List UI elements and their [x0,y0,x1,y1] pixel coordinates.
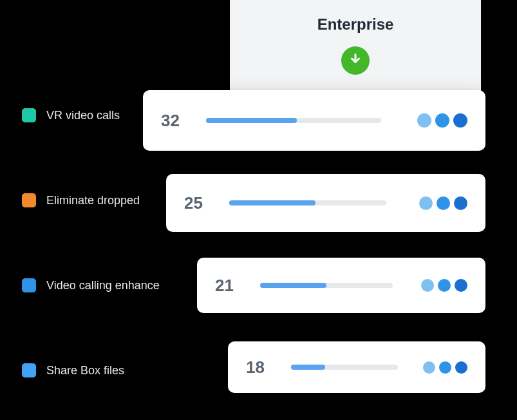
legend-label: VR video calls [46,109,120,122]
score-value: 32 [161,111,200,131]
dot-icon [437,196,450,210]
status-dots [404,113,467,128]
dot-icon [435,113,449,128]
score-card[interactable]: 25 [166,174,485,232]
status-dots [410,361,467,374]
score-value: 21 [215,276,254,296]
status-dots [408,279,467,292]
dot-icon [453,113,467,128]
dot-icon [417,113,431,128]
download-arrow-icon [348,52,362,69]
dot-icon [454,196,467,210]
legend-label: Video calling enhance [46,279,160,292]
dot-icon [455,361,467,374]
legend-label: Share Box files [46,364,124,377]
dot-icon [438,279,451,292]
score-value: 18 [246,358,285,377]
dot-icon [455,279,467,292]
status-dots [406,196,467,210]
progress-fill [206,118,297,123]
enterprise-header-panel: Enterprise [230,0,481,100]
legend-item: Video calling enhance [22,278,160,292]
progress-bar [206,118,381,123]
legend-item: Share Box files [22,363,124,377]
progress-bar [291,365,398,370]
progress-bar [260,283,393,288]
legend-swatch [22,363,36,377]
score-value: 25 [184,193,223,213]
progress-fill [229,200,315,205]
legend-item: VR video calls [22,108,120,122]
dot-icon [423,361,435,374]
score-card[interactable]: 21 [197,258,485,313]
legend-item: Eliminate dropped [22,193,140,207]
progress-fill [260,283,326,288]
legend-swatch [22,278,36,292]
score-card[interactable]: 32 [143,90,485,151]
header-title: Enterprise [317,15,394,33]
legend-label: Eliminate dropped [46,194,140,207]
score-card[interactable]: 18 [228,341,485,393]
progress-bar [229,200,386,205]
dot-icon [439,361,451,374]
legend-swatch [22,108,36,122]
download-button[interactable] [341,46,370,75]
dot-icon [421,279,434,292]
dot-icon [419,196,433,210]
progress-fill [291,365,325,370]
legend-swatch [22,193,36,207]
